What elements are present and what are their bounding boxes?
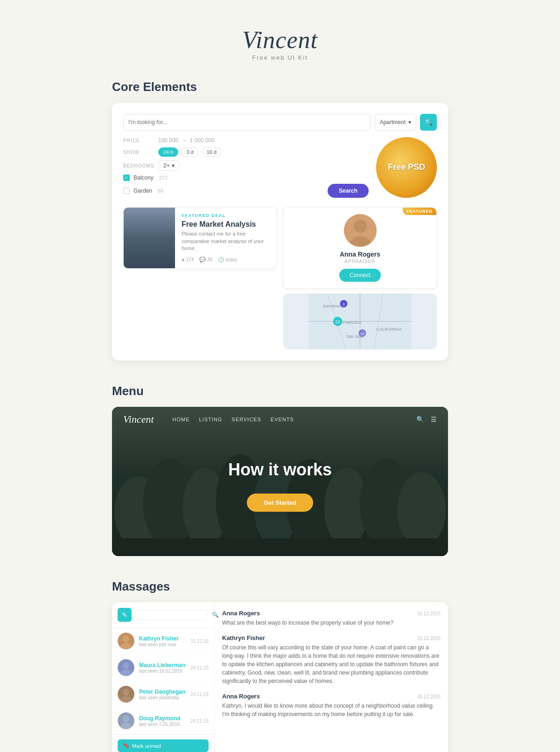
filters-col: PRICE 100 000 → 1 000 000 SHOW 24 h 3 d (123, 137, 369, 201)
featured-deal-col: Featured Deal Free Market Analysis Pleas… (123, 207, 277, 349)
msg-header-2: Kathryn Fisher 31.12.2015 (222, 634, 441, 641)
profile-card: Featured Anna Rogers Appraiser Connect (283, 207, 437, 289)
time-btn-24h[interactable]: 24 h (158, 147, 178, 157)
free-psd-badge: Free PSD (376, 137, 437, 198)
free-psd-text: Free PSD (388, 162, 425, 173)
balcony-checkbox[interactable]: ✓ (123, 174, 130, 181)
comment-icon: 💬 (199, 257, 206, 263)
featured-deal-card: Featured Deal Free Market Analysis Pleas… (123, 207, 277, 269)
search-input-wrap[interactable] (123, 114, 371, 131)
menu-section: Menu Vincent HOME (112, 384, 448, 556)
msg-header-3: Anna Rogers 31.12.2015 (222, 693, 441, 700)
svg-point-29 (123, 636, 129, 642)
msg-date-1: 31.12.2015 (417, 611, 441, 616)
bedrooms-dropdown[interactable]: 2+ ▾ (158, 160, 180, 171)
connect-button[interactable]: Connect (339, 269, 381, 282)
msg-name-peter: Peter Geoghegan (139, 689, 186, 695)
conversation-item-maura[interactable]: Maura Lieberman last seen 10.01.2016 24.… (112, 655, 214, 681)
profile-avatar (344, 214, 377, 247)
msg-date-2: 31.12.2015 (417, 636, 441, 641)
type-dropdown[interactable]: Apartment ▾ (375, 114, 416, 131)
msg-sender-2: Kathryn Fisher (222, 634, 265, 641)
avatar-peter (118, 686, 134, 703)
deal-comments: 💬 39 (199, 257, 212, 263)
time-btn-10d[interactable]: 10 d (202, 147, 222, 157)
chat-message-1: Anna Rogers 31.12.2015 What are the best… (222, 610, 441, 627)
msg-search-input[interactable] (135, 610, 208, 620)
nav-bar: Vincent HOME LISTING SERVICES EVENTS 🔍 ☰ (112, 407, 448, 432)
msg-info-kathryn: Kathryn Fisher last seen just now (139, 635, 186, 647)
msg-date-3: 31.12.2015 (417, 694, 441, 699)
nav-logo: Vincent (123, 413, 154, 425)
compose-button[interactable]: ✎ (118, 608, 132, 622)
avatar-kathryn (118, 633, 134, 649)
deal-time: 🕐 today (218, 257, 237, 263)
map-card: Sacramento San Francisco San Jose CALIFO… (283, 293, 437, 349)
mark-unread-button[interactable]: 🔖 Mark unread (118, 739, 209, 752)
price-label: PRICE (123, 138, 154, 143)
nav-items: HOME LISTING SERVICES EVENTS (173, 417, 407, 422)
chat-area: Anna Rogers 31.12.2015 What are the best… (215, 602, 448, 752)
msg-info-doug: Doug Raymond last seen 2.01.2016 (139, 715, 186, 727)
brand-header: Vincent Free web UI Kit (112, 19, 448, 61)
filter-search-button[interactable]: Search (328, 184, 369, 198)
messages-sidebar: ✎ 🔍 Kathryn Fisher (112, 602, 215, 752)
nav-item-services[interactable]: SERVICES (231, 417, 261, 422)
nav-item-events[interactable]: EVENTS (271, 417, 294, 422)
garden-label: Garden (133, 188, 152, 194)
msg-date-peter: 24.11.15 (190, 692, 209, 697)
conversation-item-peter[interactable]: Peter Geoghegan last seen yesterday 24.1… (112, 681, 214, 708)
deal-content: Featured Deal Free Market Analysis Pleas… (175, 208, 276, 268)
msg-info-peter: Peter Geoghegan last seen yesterday (139, 689, 186, 700)
garden-checkbox-row: Garden 66 Search (123, 184, 369, 198)
deal-meta: ♥ 174 💬 39 🕐 today (182, 257, 270, 263)
time-buttons: 24 h 3 d 10 d (158, 147, 222, 157)
search-button[interactable]: 🔍 (420, 114, 437, 131)
msg-date-maura: 24.11.15 (190, 665, 209, 670)
garden-checkbox[interactable] (123, 188, 130, 194)
conversation-item-kathryn[interactable]: Kathryn Fisher last seen just now 31.12.… (112, 628, 214, 655)
heart-icon: ♥ (182, 257, 185, 263)
deal-title: Free Market Analysis (182, 220, 270, 229)
nav-item-listing[interactable]: LISTING (199, 417, 223, 422)
deal-label: Featured Deal (182, 213, 270, 218)
svg-text:10: 10 (360, 332, 364, 336)
msg-status-doug: last seen 2.01.2016 (139, 722, 186, 727)
profile-map-col: Featured Anna Rogers Appraiser Connect (283, 207, 437, 349)
msg-header-1: Anna Rogers 31.12.2015 (222, 610, 441, 617)
nav-search-icon[interactable]: 🔍 (416, 416, 424, 424)
chat-messages: Anna Rogers 31.12.2015 What are the best… (215, 602, 448, 752)
price-range-separator: → (181, 137, 187, 144)
msg-actions: 🔖 Mark unread Delete conversation (112, 734, 214, 752)
search-input[interactable] (128, 119, 366, 125)
bottom-two-col: Featured Deal Free Market Analysis Pleas… (123, 207, 437, 349)
nav-icons: 🔍 ☰ (416, 416, 437, 424)
time-btn-3d[interactable]: 3 d (181, 147, 198, 157)
msg-text-3: Kathryn, I would like to know more about… (222, 702, 441, 718)
conversation-item-doug[interactable]: Doug Raymond last seen 2.01.2016 24.11.1… (112, 708, 214, 734)
get-started-button[interactable]: Get Started (247, 494, 313, 512)
price-filter-row: PRICE 100 000 → 1 000 000 (123, 137, 369, 144)
show-filter-row: SHOW 24 h 3 d 10 d (123, 147, 369, 157)
msg-name-maura: Maura Lieberman (139, 662, 186, 668)
nav-item-home[interactable]: HOME (173, 417, 190, 422)
nav-hamburger-icon[interactable]: ☰ (431, 416, 437, 424)
msg-date-doug: 24.11.15 (190, 718, 209, 724)
svg-point-32 (123, 662, 129, 669)
core-elements-card: Apartment ▾ 🔍 PRICE 100 000 → 1 (112, 103, 448, 361)
svg-point-38 (123, 716, 129, 722)
profile-role: Appraiser (290, 259, 430, 264)
svg-text:9: 9 (343, 302, 345, 306)
profile-name: Anna Rogers (290, 251, 430, 258)
messages-title: Massages (112, 579, 448, 594)
msg-info-maura: Maura Lieberman last seen 10.01.2016 (139, 662, 186, 674)
deal-image (124, 208, 175, 268)
menu-title: Menu (112, 384, 448, 398)
svg-point-35 (123, 689, 129, 696)
deal-likes: ♥ 174 (182, 257, 194, 263)
search-row: Apartment ▾ 🔍 (123, 114, 437, 131)
msg-status-kathryn: last seen just now (139, 642, 186, 647)
msg-status-peter: last seen yesterday (139, 695, 186, 700)
chevron-down-icon: ▾ (408, 119, 411, 125)
bedrooms-value: 2+ (163, 162, 170, 169)
